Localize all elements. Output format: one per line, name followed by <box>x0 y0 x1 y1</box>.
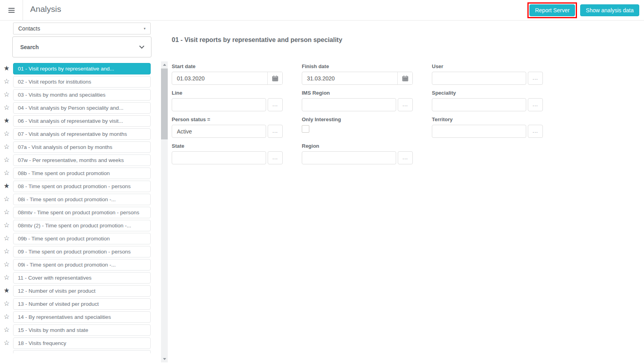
list-item: ☆09i - Time spent on product promotion -… <box>0 259 157 271</box>
field-state: State ... <box>172 143 283 164</box>
list-item: ★08 - Time spent on product promotion - … <box>0 180 157 192</box>
analysis-item[interactable]: 13 - Number of visited per product <box>13 298 151 310</box>
analysis-item-partial[interactable] <box>13 350 151 353</box>
calendar-icon <box>272 75 278 82</box>
scroll-down-button[interactable] <box>161 356 168 362</box>
scroll-up-button[interactable] <box>161 61 168 68</box>
analysis-item[interactable]: 14 - By representatives and specialities <box>13 311 151 323</box>
star-outline-icon[interactable]: ☆ <box>0 128 13 140</box>
territory-input[interactable] <box>432 125 526 138</box>
star-outline-icon[interactable]: ☆ <box>0 259 13 271</box>
page-title: Analysis <box>30 4 61 14</box>
star-outline-icon[interactable]: ☆ <box>0 298 13 310</box>
star-outline-icon[interactable]: ☆ <box>0 141 13 153</box>
user-lookup-button[interactable]: ... <box>528 72 543 85</box>
finish-date-input[interactable] <box>302 72 397 84</box>
person-status-lookup-button[interactable]: ... <box>268 125 283 138</box>
analysis-item[interactable]: 07w - Per representative, months and wee… <box>13 154 151 166</box>
star-filled-icon[interactable]: ★ <box>0 63 13 74</box>
only-interesting-label: Only Interesting <box>302 116 413 122</box>
start-date-input[interactable] <box>172 72 267 84</box>
hamburger-menu-button[interactable] <box>0 0 23 20</box>
report-heading: 01 - Visit reports by representative and… <box>172 36 342 44</box>
state-label: State <box>172 143 283 149</box>
star-filled-icon[interactable]: ★ <box>0 115 13 127</box>
analysis-item[interactable]: 11 - Cover with representatives <box>13 272 151 284</box>
analysis-item[interactable]: 08i - Time spent on product promotion -.… <box>13 194 151 205</box>
star-outline-icon[interactable]: ☆ <box>0 102 13 114</box>
analysis-item[interactable]: 08mtv (2) - Time spent on product promot… <box>13 220 151 231</box>
analysis-item[interactable]: 09i - Time spent on product promotion -.… <box>13 259 151 271</box>
only-interesting-checkbox[interactable] <box>302 125 309 133</box>
analysis-item[interactable]: 09b - Time spent on product promotion <box>13 233 151 244</box>
finish-date-label: Finish date <box>302 63 413 69</box>
star-outline-icon[interactable]: ☆ <box>0 206 13 218</box>
analysis-item[interactable]: 09 - Time spent on product promotion - p… <box>13 246 151 257</box>
person-status-input[interactable] <box>172 125 266 138</box>
analysis-item[interactable]: 01 - Visit reports by representative and… <box>13 63 151 74</box>
state-lookup-button[interactable]: ... <box>268 151 283 164</box>
analysis-item[interactable]: 08b - Time spent on product promotion <box>13 168 151 179</box>
star-outline-icon[interactable]: ☆ <box>0 154 13 166</box>
speciality-lookup-button[interactable]: ... <box>528 98 543 111</box>
scroll-up-icon <box>163 64 166 66</box>
field-only-interesting: Only Interesting <box>302 116 413 138</box>
region-input[interactable] <box>302 151 396 164</box>
list-item: ☆07w - Per representative, months and we… <box>0 154 157 166</box>
analysis-item[interactable]: 07 - Visit analysis of representative by… <box>13 128 151 140</box>
star-outline-icon[interactable]: ☆ <box>0 233 13 244</box>
star-outline-icon[interactable]: ☆ <box>0 219 13 231</box>
category-dropdown[interactable]: Contacts ▾ <box>13 23 151 34</box>
region-lookup-button[interactable]: ... <box>398 151 413 164</box>
star-filled-icon[interactable]: ★ <box>0 180 13 192</box>
analysis-item[interactable]: 12 - Number of visits per product <box>13 285 151 297</box>
field-line: Line ... <box>172 90 283 111</box>
analysis-list: ★01 - Visit reports by representative an… <box>0 63 157 353</box>
finish-date-calendar-button[interactable] <box>397 72 412 84</box>
star-outline-icon[interactable]: ☆ <box>0 324 13 336</box>
analysis-item[interactable]: 06 - Visit analysis of representative by… <box>13 115 151 127</box>
star-outline-icon[interactable]: ☆ <box>0 246 13 257</box>
star-outline-icon[interactable]: ☆ <box>0 337 13 349</box>
list-scrollbar[interactable] <box>161 61 168 362</box>
analysis-item[interactable]: 07a - Visit analysis of person by months <box>13 141 151 153</box>
line-input[interactable] <box>172 98 266 111</box>
line-lookup-button[interactable]: ... <box>268 98 283 111</box>
list-item: ☆15 - Visits by month and state <box>0 324 157 336</box>
hamburger-icon <box>8 7 15 14</box>
show-analysis-data-button[interactable]: Show analysis data <box>580 4 639 16</box>
ims-region-lookup-button[interactable]: ... <box>398 98 413 111</box>
field-territory: Territory ... <box>432 116 543 138</box>
analysis-item[interactable]: 18 - Visits frequency <box>13 337 151 349</box>
star-outline-icon[interactable]: ☆ <box>0 193 13 205</box>
territory-lookup-button[interactable]: ... <box>528 125 543 138</box>
analysis-item[interactable]: 03 - Visits by months and specialities <box>13 89 151 101</box>
field-ims-region: IMS Region ... <box>302 90 413 111</box>
star-filled-icon[interactable]: ★ <box>0 285 13 297</box>
analysis-item[interactable]: 15 - Visits by month and state <box>13 324 151 336</box>
star-outline-icon[interactable]: ☆ <box>0 272 13 284</box>
list-item: ☆08b - Time spent on product promotion <box>0 167 157 179</box>
ims-region-input[interactable] <box>302 98 396 111</box>
analysis-item[interactable]: 08mtv - Time spent on product promotion … <box>13 207 151 218</box>
search-panel-title: Search <box>20 44 39 50</box>
dropdown-arrow-icon: ▾ <box>144 27 146 30</box>
state-input[interactable] <box>172 151 266 164</box>
field-finish-date: Finish date <box>302 63 413 85</box>
speciality-input[interactable] <box>432 98 526 111</box>
star-outline-icon[interactable]: ☆ <box>0 89 13 101</box>
star-outline-icon[interactable]: ☆ <box>0 76 13 88</box>
search-panel-header[interactable]: Search <box>12 36 151 57</box>
start-date-calendar-button[interactable] <box>267 72 282 84</box>
field-region: Region ... <box>302 143 413 164</box>
report-server-button[interactable]: Report Server <box>529 4 575 16</box>
analysis-item[interactable]: 08 - Time spent on product promotion - p… <box>13 181 151 192</box>
star-outline-icon[interactable]: ☆ <box>0 311 13 323</box>
analysis-item[interactable]: 04 - Visit analysis by Person speciality… <box>13 102 151 114</box>
user-input[interactable] <box>432 72 526 85</box>
star-outline-icon[interactable]: ☆ <box>0 167 13 179</box>
analysis-item[interactable]: 02 - Visit reports for institutions <box>13 76 151 88</box>
scrollbar-thumb[interactable] <box>161 69 168 139</box>
chevron-down-icon <box>139 44 144 49</box>
header-actions: Report Server Show analysis data <box>527 0 639 21</box>
